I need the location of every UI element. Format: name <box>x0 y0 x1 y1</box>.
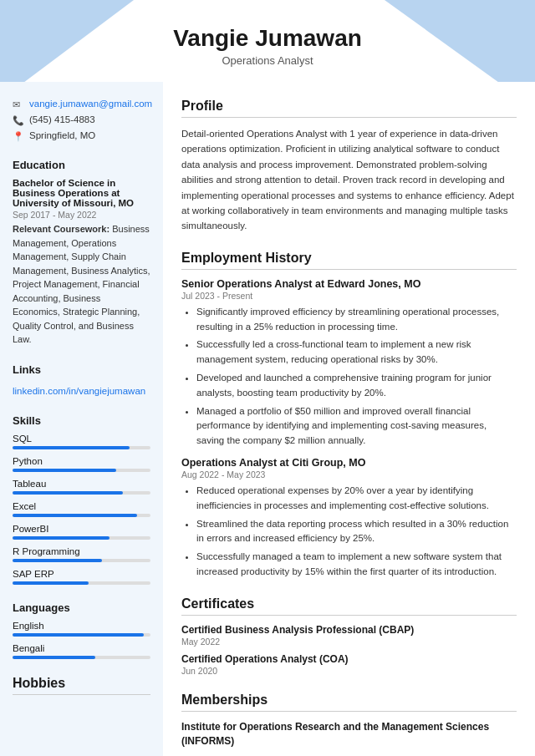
skill-item: Excel <box>13 501 150 517</box>
certificates-title: Certificates <box>181 596 517 616</box>
links-title: Links <box>13 363 150 376</box>
profile-title: Profile <box>181 99 517 118</box>
cert-item: Certified Operations Analyst (COA) Jun 2… <box>181 653 517 676</box>
skill-bar-fill <box>13 581 89 585</box>
job-dates: Jul 2023 - Present <box>181 291 517 301</box>
cert-date: Jun 2020 <box>181 666 517 676</box>
main-layout: ✉ vangie.jumawan@gmail.com 📞 (545) 415-4… <box>0 82 535 756</box>
skill-bar-bg <box>13 514 150 517</box>
memberships-section: Memberships Institute for Operations Res… <box>181 693 517 756</box>
edu-coursework: Relevant Coursework: Business Management… <box>13 222 150 347</box>
links-section: Links linkedin.com/in/vangiejumawan <box>13 363 150 398</box>
coursework-text: Business Management, Operations Manageme… <box>13 224 150 344</box>
email-link[interactable]: vangie.jumawan@gmail.com <box>29 99 152 109</box>
linkedin-link[interactable]: linkedin.com/in/vangiejumawan <box>13 386 145 396</box>
job-bullets: Reduced operational expenses by 20% over… <box>181 484 517 580</box>
main-content: Profile Detail-oriented Operations Analy… <box>163 82 535 756</box>
job-bullets: Significantly improved efficiency by str… <box>181 305 517 449</box>
profile-text: Detail-oriented Operations Analyst with … <box>181 126 517 234</box>
language-bar-fill <box>13 656 95 659</box>
cert-item: Certified Business Analysis Professional… <box>181 624 517 647</box>
language-bar-bg <box>13 633 150 637</box>
skill-item: Tableau <box>13 479 150 495</box>
email-icon: ✉ <box>13 99 24 110</box>
edu-degree: Bachelor of Science in Business Operatio… <box>13 178 150 208</box>
skill-name: R Programming <box>13 546 150 556</box>
job-bullet: Successfully led a cross-functional team… <box>196 337 517 368</box>
cert-name: Certified Business Analysis Professional… <box>181 624 517 636</box>
skill-bar-fill <box>13 446 130 449</box>
skill-bar-fill <box>13 469 116 472</box>
skill-bar-fill <box>13 491 123 495</box>
language-item: English <box>13 621 150 637</box>
skill-bar-fill <box>13 514 137 517</box>
job-item: Senior Operations Analyst at Edward Jone… <box>181 278 517 449</box>
job-bullet: Successfully managed a team to implement… <box>196 550 517 580</box>
profile-section: Profile Detail-oriented Operations Analy… <box>181 99 517 234</box>
cert-date: May 2022 <box>181 637 517 647</box>
education-section: Education Bachelor of Science in Busines… <box>13 159 150 347</box>
skills-list: SQL Python Tableau Excel PowerBI <box>13 434 150 585</box>
memberships-list: Institute for Operations Research and th… <box>181 720 517 756</box>
skill-bar-bg <box>13 446 150 449</box>
job-item: Operations Analyst at Citi Group, MO Aug… <box>181 457 517 580</box>
contact-phone: 📞 (545) 415-4883 <box>13 114 150 126</box>
certificates-section: Certificates Certified Business Analysis… <box>181 596 517 676</box>
location-icon: 📍 <box>13 131 24 142</box>
languages-section: Languages English Bengali <box>13 601 150 659</box>
skill-item: SQL <box>13 434 150 449</box>
skills-section: Skills SQL Python Tableau Excel PowerBI <box>13 414 150 585</box>
employment-title: Employment History <box>181 251 517 270</box>
skill-name: Python <box>13 456 150 466</box>
job-bullet: Developed and launched a comprehensive t… <box>196 371 517 401</box>
language-name: Bengali <box>13 643 150 653</box>
language-bar-fill <box>13 633 144 637</box>
skill-bar-fill <box>13 536 110 540</box>
skill-bar-bg <box>13 536 150 540</box>
contact-email: ✉ vangie.jumawan@gmail.com <box>13 99 150 110</box>
languages-title: Languages <box>13 601 150 614</box>
skill-item: Python <box>13 456 150 472</box>
skill-bar-fill <box>13 559 102 562</box>
skill-bar-bg <box>13 581 150 585</box>
cert-name: Certified Operations Analyst (COA) <box>181 653 517 665</box>
contact-location: 📍 Springfield, MO <box>13 130 150 142</box>
job-bullet: Streamlined the data reporting process w… <box>196 517 517 547</box>
language-name: English <box>13 621 150 631</box>
skill-item: R Programming <box>13 546 150 562</box>
skill-name: PowerBI <box>13 524 150 534</box>
sidebar: ✉ vangie.jumawan@gmail.com 📞 (545) 415-4… <box>0 82 163 756</box>
skill-bar-bg <box>13 491 150 495</box>
skill-item: SAP ERP <box>13 569 150 585</box>
edu-dates: Sep 2017 - May 2022 <box>13 210 150 220</box>
skill-name: SQL <box>13 434 150 444</box>
employment-section: Employment History Senior Operations Ana… <box>181 251 517 580</box>
jobs-list: Senior Operations Analyst at Edward Jone… <box>181 278 517 580</box>
contact-section: ✉ vangie.jumawan@gmail.com 📞 (545) 415-4… <box>13 99 150 142</box>
job-title: Senior Operations Analyst at Edward Jone… <box>181 278 517 290</box>
education-title: Education <box>13 159 150 171</box>
resume-header: Vangie Jumawan Operations Analyst <box>0 0 535 82</box>
skill-bar-bg <box>13 559 150 562</box>
memberships-title: Memberships <box>181 693 517 712</box>
languages-list: English Bengali <box>13 621 150 659</box>
hobbies-title: Hobbies <box>13 676 150 695</box>
skill-item: PowerBI <box>13 524 150 540</box>
skill-bar-bg <box>13 469 150 472</box>
candidate-name: Vangie Jumawan <box>17 25 518 52</box>
certs-list: Certified Business Analysis Professional… <box>181 624 517 676</box>
job-title: Operations Analyst at Citi Group, MO <box>181 457 517 469</box>
skill-name: Tableau <box>13 479 150 489</box>
skill-name: SAP ERP <box>13 569 150 579</box>
coursework-label: Relevant Coursework: <box>13 224 110 234</box>
skill-name: Excel <box>13 501 150 511</box>
candidate-title: Operations Analyst <box>17 54 518 67</box>
language-item: Bengali <box>13 643 150 659</box>
job-bullet: Significantly improved efficiency by str… <box>196 305 517 335</box>
language-bar-bg <box>13 656 150 659</box>
job-dates: Aug 2022 - May 2023 <box>181 469 517 479</box>
hobbies-section: Hobbies <box>13 676 150 695</box>
phone-icon: 📞 <box>13 115 24 126</box>
job-bullet: Reduced operational expenses by 20% over… <box>196 484 517 514</box>
skills-title: Skills <box>13 414 150 427</box>
